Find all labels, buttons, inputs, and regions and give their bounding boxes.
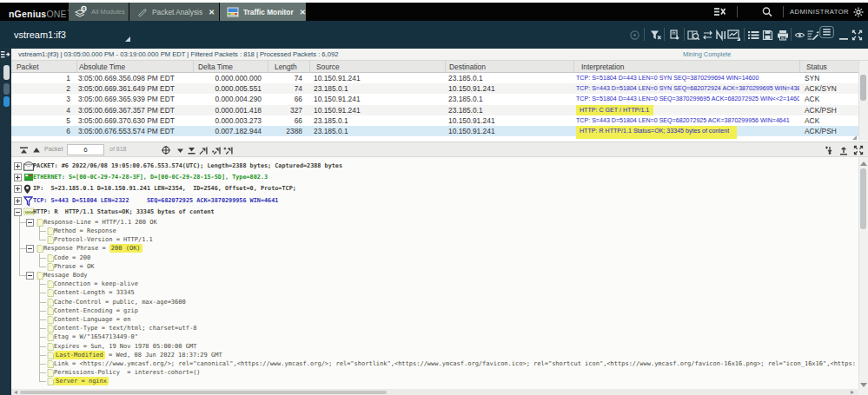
- tree-line-text: Cache-Control = public, max-age=3600: [54, 299, 186, 306]
- minimize-icon[interactable]: [836, 28, 851, 43]
- cell-len: 74: [268, 83, 309, 94]
- column-header-delta-time[interactable]: Delta Time: [193, 61, 268, 73]
- interpretation-highlight: HTTP: C GET / HTTP/1.1: [576, 105, 653, 115]
- scroll-right-arrow-icon[interactable]: [851, 391, 854, 394]
- expand-pane-icon[interactable]: [853, 145, 864, 155]
- column-header-absolute-time[interactable]: Absolute Time: [76, 61, 193, 73]
- scroll-down-arrow-icon[interactable]: [860, 383, 867, 387]
- prev-marker-left-icon[interactable]: [211, 145, 222, 155]
- tab-traffic-monitor[interactable]: Traffic Monitor ✕: [220, 3, 306, 21]
- cell-src: 23.185.0.1: [309, 126, 445, 136]
- packet-row-6[interactable]: 63:05:00.676.553.574 PM EDT0.007.182.944…: [11, 126, 858, 136]
- scroll-up-arrow-icon[interactable]: [860, 161, 867, 166]
- minimized-panel-tab[interactable]: [3, 65, 10, 80]
- view-title[interactable]: vstream1:if3: [14, 21, 66, 49]
- packet-row-3[interactable]: 33:05:00.669.365.939 PM EDT0.000.004.290…: [11, 94, 858, 104]
- exit-modules-icon[interactable]: [713, 6, 726, 17]
- cell-len: 2388: [268, 126, 309, 136]
- tab-traffic-monitor-close-icon[interactable]: ✕: [300, 8, 306, 16]
- minimized-panel-tab[interactable]: [3, 83, 10, 95]
- administrator-menu[interactable]: ADMINISTRATOR: [790, 3, 849, 21]
- chart-menu-icon[interactable]: [726, 28, 741, 43]
- tree-scrollbar-thumb[interactable]: [860, 168, 866, 229]
- tab-packet-analysis-close-icon[interactable]: ✕: [209, 8, 215, 16]
- doc-icon: [36, 219, 43, 227]
- packet-number-input[interactable]: 6: [67, 144, 104, 155]
- column-header-length[interactable]: Length: [268, 61, 309, 73]
- target-icon[interactable]: [627, 28, 642, 43]
- cell-src: 10.150.91.241: [309, 94, 445, 104]
- doc-icon: [47, 333, 54, 341]
- go-bottom-icon[interactable]: [186, 145, 196, 155]
- locate-dropdown-icon[interactable]: [175, 145, 185, 155]
- next-marker-right-icon[interactable]: [198, 145, 209, 155]
- tab-packet-analysis[interactable]: Packet Analysis ✕: [129, 3, 219, 21]
- filter-clear-icon[interactable]: [648, 28, 663, 43]
- show-list-icon[interactable]: [745, 28, 760, 43]
- collapse-icon[interactable]: [26, 272, 34, 280]
- logo-suffix: ONE: [46, 9, 66, 19]
- cell-num: 1: [11, 73, 76, 83]
- menu-boxed-icon[interactable]: [819, 24, 834, 39]
- horizontal-scrollbar-thumb[interactable]: [20, 391, 387, 395]
- cell-src: 23.185.0.1: [309, 83, 445, 94]
- locate-packet-icon[interactable]: [161, 145, 171, 155]
- insert-below-icon[interactable]: [824, 145, 834, 155]
- collapse-icon[interactable]: [26, 245, 34, 253]
- minimized-panel-tab-active[interactable]: [3, 96, 10, 107]
- tree-line-text: PACKET: #6 2022/06/08 19:05:00.676.553.5…: [33, 162, 342, 170]
- collapse-top-icon[interactable]: [18, 145, 29, 155]
- packet-row-2[interactable]: 23:05:00.669.361.649 PM EDT0.000.005.551…: [11, 83, 858, 94]
- table-scrollbar-thumb[interactable]: [860, 75, 866, 101]
- cell-interp: HTTP: C GET / HTTP/1.1: [573, 105, 799, 115]
- cell-dst: 10.150.91.241: [445, 115, 573, 126]
- collapse-icon[interactable]: [26, 219, 34, 227]
- tree-connector: [39, 328, 46, 329]
- search-decode-icon[interactable]: [686, 28, 701, 43]
- export-report-icon[interactable]: [667, 28, 682, 43]
- cell-abs: 3:05:00.676.553.574 PM EDT: [76, 126, 193, 136]
- expand-panel-icon[interactable]: [1, 50, 10, 59]
- search-icon[interactable]: [761, 6, 773, 18]
- upload-top-icon[interactable]: [838, 145, 849, 155]
- expand-icon[interactable]: [14, 174, 22, 181]
- interpretation-highlight: HTTP: R HTTP/1.1 Status=OK; 33345 bytes …: [576, 126, 737, 139]
- packet-row-4[interactable]: 43:05:00.669.367.357 PM EDT0.000.001.418…: [11, 105, 858, 115]
- column-header-interpretation[interactable]: Interpretation: [573, 61, 799, 73]
- expand-icon[interactable]: [14, 185, 22, 193]
- scroll-up-icon[interactable]: [31, 145, 42, 155]
- save-icon[interactable]: [760, 28, 775, 43]
- packet-table-header: PacketAbsolute TimeDelta TimeLengthSourc…: [11, 61, 858, 73]
- tree-line-text: Permissions-Policy = interest-cohort=(): [54, 369, 201, 377]
- cell-interp: HTTP: R HTTP/1.1 Status=OK; 33345 bytes …: [573, 126, 799, 136]
- column-header-source[interactable]: Source: [309, 61, 445, 73]
- doc-icon: [47, 378, 54, 385]
- cell-status: ACK/SYN: [799, 83, 858, 94]
- maximize-icon[interactable]: [850, 28, 865, 43]
- tree-connector: [39, 284, 46, 285]
- add-marker-icon[interactable]: [222, 145, 233, 155]
- packet-row-1[interactable]: 13:05:00.669.356.098 PM EDT0.000.000.000…: [11, 73, 858, 83]
- column-header-status[interactable]: Status: [799, 61, 858, 73]
- cell-len: 327: [268, 105, 309, 115]
- tree-connector: [39, 381, 46, 382]
- edit-view-icon[interactable]: [805, 28, 820, 43]
- view-title-dropdown-icon[interactable]: [125, 36, 130, 42]
- doc-icon: [47, 254, 54, 262]
- tree-connector: [39, 364, 46, 365]
- doc-icon: [47, 316, 54, 324]
- packet-row-5[interactable]: 53:05:00.669.370.630 PM EDT0.000.003.273…: [11, 115, 858, 126]
- settings-gear-icon[interactable]: [852, 6, 865, 18]
- packet-decode-tree: PACKET: #6 2022/06/08 19:05:00.676.553.5…: [11, 157, 858, 389]
- expand-icon[interactable]: [14, 162, 22, 170]
- print-icon[interactable]: [775, 28, 790, 43]
- column-header-packet[interactable]: Packet: [11, 61, 76, 73]
- expand-icon[interactable]: [14, 197, 22, 205]
- table-vertical-scrollbar[interactable]: [858, 61, 868, 141]
- tree-line-text: Response Phrase = 200 (OK): [43, 245, 142, 253]
- column-header-destination[interactable]: Destination: [445, 61, 573, 73]
- tab-all-modules[interactable]: 0 All Modules: [69, 3, 129, 21]
- scroll-left-arrow-icon[interactable]: [14, 391, 17, 394]
- tab-all-modules-label: All Modules: [91, 8, 125, 16]
- collapse-icon[interactable]: [14, 208, 22, 216]
